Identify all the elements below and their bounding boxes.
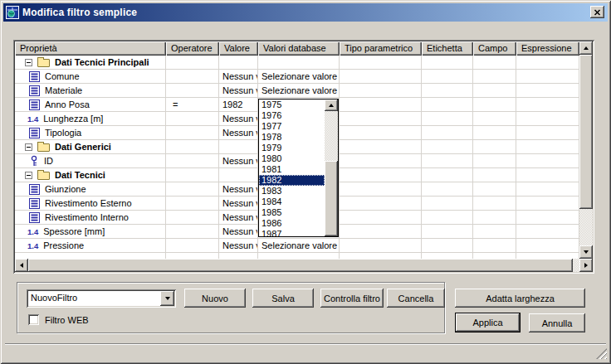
column-header-espressione[interactable]: Espressione: [516, 41, 579, 56]
cell-espressione[interactable]: [516, 112, 579, 126]
grid-horizontal-scrollbar[interactable]: [15, 259, 593, 272]
cell-operatore[interactable]: =: [166, 98, 219, 112]
cell-propriet[interactable]: Rivestimento Interno: [15, 211, 166, 225]
cell-etichetta[interactable]: [422, 70, 473, 84]
cell-valore[interactable]: 1982: [219, 98, 258, 112]
column-header-tipo-parametrico[interactable]: Tipo parametrico: [340, 41, 422, 56]
cell-espressione[interactable]: [516, 182, 579, 197]
tree-property-row[interactable]: MaterialeNessun valoreSelezionare valore: [15, 84, 579, 98]
cell-espressione[interactable]: [516, 140, 579, 154]
cell-tipo-parametrico[interactable]: [340, 140, 422, 154]
horizontal-scroll-thumb[interactable]: [28, 259, 573, 272]
dropdown-item[interactable]: 1986: [259, 218, 325, 229]
cell-campo[interactable]: [473, 154, 516, 168]
cell-campo[interactable]: [473, 239, 516, 253]
cell-campo[interactable]: [473, 84, 516, 98]
cell-campo[interactable]: [473, 140, 516, 154]
cell-valori-database[interactable]: [258, 56, 340, 70]
cell-valore[interactable]: [219, 168, 258, 182]
cell-propriet[interactable]: ID: [15, 154, 166, 168]
cell-operatore[interactable]: [166, 168, 219, 182]
tree-folder-row[interactable]: Dati Tecnici Principali: [15, 56, 579, 70]
cell-etichetta[interactable]: [422, 211, 473, 225]
cell-tipo-parametrico[interactable]: [340, 84, 422, 98]
cell-propriet[interactable]: Comune: [15, 70, 166, 84]
cell-propriet[interactable]: 1.4Spessore [mm]: [15, 225, 166, 239]
cell-propriet[interactable]: Anno Posa: [15, 98, 166, 112]
column-header-valore[interactable]: Valore: [219, 41, 258, 56]
cell-etichetta[interactable]: [422, 126, 473, 140]
cell-valori-database[interactable]: Selezionare valore: [258, 84, 340, 98]
cell-tipo-parametrico[interactable]: [340, 239, 422, 253]
cell-propriet[interactable]: Tipologia: [15, 126, 166, 140]
cell-tipo-parametrico[interactable]: [340, 154, 422, 168]
cell-campo[interactable]: [473, 225, 516, 239]
dropdown-scroll-thumb[interactable]: [325, 161, 338, 236]
cell-campo[interactable]: [473, 168, 516, 182]
cell-operatore[interactable]: [166, 112, 219, 126]
cell-operatore[interactable]: [166, 84, 219, 98]
cell-espressione[interactable]: [516, 84, 579, 98]
cell-tipo-parametrico[interactable]: [340, 225, 422, 239]
cell-propriet[interactable]: Dati Tecnici Principali: [15, 56, 166, 70]
dropdown-item[interactable]: 1985: [259, 207, 325, 218]
cell-valore[interactable]: Nessun valore: [219, 239, 258, 253]
cell-campo[interactable]: [473, 70, 516, 84]
cell-valore[interactable]: Nessun valore: [219, 225, 258, 239]
cell-valore[interactable]: Nessun valore: [219, 197, 258, 211]
scroll-up-button[interactable]: [579, 41, 593, 55]
cell-campo[interactable]: [473, 182, 516, 197]
cell-espressione[interactable]: [516, 225, 579, 239]
cell-tipo-parametrico[interactable]: [340, 56, 422, 70]
dropdown-item-selected[interactable]: 1982: [259, 175, 325, 186]
cell-etichetta[interactable]: [422, 182, 473, 197]
applica-button[interactable]: Applica: [455, 313, 521, 332]
cell-propriet[interactable]: 1.4Pressione: [15, 239, 166, 253]
cell-espressione[interactable]: [516, 56, 579, 70]
scroll-right-button[interactable]: [579, 259, 593, 272]
cell-etichetta[interactable]: [422, 239, 473, 253]
cell-tipo-parametrico[interactable]: [340, 168, 422, 182]
cell-propriet[interactable]: Materiale: [15, 84, 166, 98]
cell-espressione[interactable]: [516, 70, 579, 84]
cell-operatore[interactable]: [166, 182, 219, 197]
scroll-down-button[interactable]: [579, 245, 593, 259]
cell-campo[interactable]: [473, 98, 516, 112]
column-header-valori-database[interactable]: Valori database: [258, 41, 340, 56]
dropdown-item[interactable]: 1981: [259, 164, 325, 175]
dropdown-item[interactable]: 1977: [259, 121, 325, 132]
cell-campo[interactable]: [473, 197, 516, 211]
cell-campo[interactable]: [473, 112, 516, 126]
column-header-operatore[interactable]: Operatore: [166, 41, 219, 56]
cell-etichetta[interactable]: [422, 197, 473, 211]
cell-operatore[interactable]: [166, 239, 219, 253]
adatta-larghezza-button[interactable]: Adatta larghezza: [455, 289, 585, 308]
cell-tipo-parametrico[interactable]: [340, 211, 422, 225]
collapse-expander-icon[interactable]: [25, 172, 32, 179]
dropdown-item[interactable]: 1984: [259, 197, 325, 207]
column-header-etichetta[interactable]: Etichetta: [422, 41, 473, 56]
cell-valori-database[interactable]: Selezionare valore: [258, 70, 340, 84]
cancella-button[interactable]: Cancella: [387, 289, 445, 308]
dropdown-item[interactable]: 1979: [259, 143, 325, 153]
cell-propriet[interactable]: Dati Tecnici: [15, 168, 166, 182]
cell-valore[interactable]: [219, 56, 258, 70]
cell-valori-database[interactable]: Selezionare valore: [258, 239, 340, 253]
cell-espressione[interactable]: [516, 239, 579, 253]
column-header-propriet[interactable]: Proprietà: [15, 41, 166, 56]
column-header-campo[interactable]: Campo: [473, 41, 516, 56]
cell-valore[interactable]: Nessun valore: [219, 211, 258, 225]
dropdown-item[interactable]: 1975: [259, 99, 325, 110]
cell-tipo-parametrico[interactable]: [340, 98, 422, 112]
cell-valore[interactable]: Nessun valore: [219, 182, 258, 197]
cell-operatore[interactable]: [166, 211, 219, 225]
resize-grip[interactable]: [596, 348, 607, 359]
cell-etichetta[interactable]: [422, 98, 473, 112]
cell-espressione[interactable]: [516, 126, 579, 140]
cell-etichetta[interactable]: [422, 225, 473, 239]
tree-property-row[interactable]: 1.4PressioneNessun valoreSelezionare val…: [15, 239, 579, 253]
cell-etichetta[interactable]: [422, 56, 473, 70]
cell-operatore[interactable]: [166, 56, 219, 70]
cell-operatore[interactable]: [166, 70, 219, 84]
cell-espressione[interactable]: [516, 197, 579, 211]
